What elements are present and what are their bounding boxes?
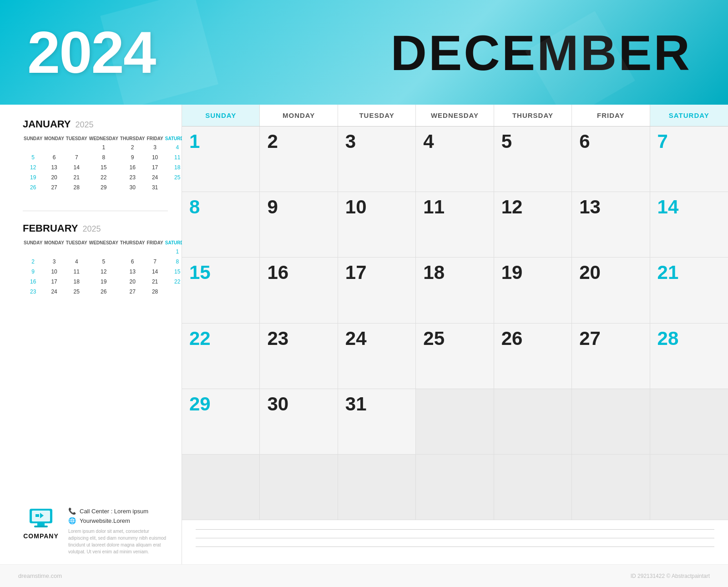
- calendar-week-5: 29 30 31: [182, 389, 728, 455]
- mini-cal-january-month: JANUARY: [23, 118, 71, 130]
- left-panel: JANUARY 2025 SUNDAY MONDAY TUESDAY WEDNE…: [0, 105, 182, 564]
- list-item: 17: [43, 277, 65, 287]
- mini-cal-february-month: FEBRUARY: [23, 223, 78, 234]
- list-item: [43, 142, 65, 152]
- svg-rect-3: [34, 526, 48, 527]
- cal-day-9: 9: [260, 192, 338, 257]
- cal-day-6: 6: [572, 127, 650, 192]
- mini-col-mon: MONDAY: [43, 239, 65, 247]
- list-item: 12: [88, 267, 119, 277]
- dreamstime-watermark: dreamstime.com: [18, 572, 62, 579]
- list-item: 25: [65, 287, 88, 297]
- list-item: 3: [43, 257, 65, 267]
- calendar-header-row: SUNDAY MONDAY TUESDAY WEDNESDAY THURSDAY…: [182, 105, 728, 127]
- cal-day-25: 25: [416, 324, 494, 389]
- list-item: 14: [65, 162, 88, 172]
- mini-cal-january-year: 2025: [76, 120, 94, 130]
- cal-empty-9: [494, 455, 572, 520]
- cal-day-30: 30: [260, 389, 338, 454]
- cal-day-15: 15: [182, 258, 260, 323]
- calendar-body: JANUARY 2025 SUNDAY MONDAY TUESDAY WEDNE…: [0, 105, 728, 564]
- cal-day-3: 3: [338, 127, 416, 192]
- list-item: 31: [146, 182, 164, 192]
- cal-day-2: 2: [260, 127, 338, 192]
- list-item: 18: [65, 277, 88, 287]
- cal-day-4: 4: [416, 127, 494, 192]
- cal-day-31: 31: [338, 389, 416, 454]
- cal-day-23: 23: [260, 324, 338, 389]
- svg-rect-2: [37, 523, 45, 526]
- mini-calendar-february: FEBRUARY 2025 SUNDAY MONDAY TUESDAY WEDN…: [23, 223, 168, 297]
- list-item: 15: [88, 162, 119, 172]
- cal-empty-4: [650, 389, 728, 454]
- list-item: 10: [43, 267, 65, 277]
- website-label: Yourwebsite.Lorem: [80, 517, 130, 524]
- company-section: COMPANY 📞 Call Center : Lorem ipsum 🌐 Yo…: [23, 507, 168, 555]
- list-item: 6: [43, 152, 65, 162]
- list-item: 7: [146, 257, 164, 267]
- cal-day-18: 18: [416, 258, 494, 323]
- cal-empty-3: [572, 389, 650, 454]
- cal-empty-10: [572, 455, 650, 520]
- list-item: 5: [23, 152, 43, 162]
- list-item: 5: [88, 257, 119, 267]
- mini-calendar-january: JANUARY 2025 SUNDAY MONDAY TUESDAY WEDNE…: [23, 118, 168, 192]
- col-header-tuesday: TUESDAY: [338, 105, 416, 126]
- notes-area: [182, 520, 728, 564]
- list-item: 6: [119, 257, 146, 267]
- list-item: 21: [146, 277, 164, 287]
- list-item: 24: [146, 172, 164, 182]
- year-display: 2024: [0, 18, 191, 86]
- cal-empty-6: [260, 455, 338, 520]
- cal-empty-2: [494, 389, 572, 454]
- section-divider: [23, 211, 168, 211]
- main-calendar-grid: SUNDAY MONDAY TUESDAY WEDNESDAY THURSDAY…: [182, 105, 728, 564]
- list-item: 8: [88, 152, 119, 162]
- left-footer: COMPANY 📞 Call Center : Lorem ipsum 🌐 Yo…: [23, 507, 168, 555]
- list-item: 3: [146, 142, 164, 152]
- cal-day-7: 7: [650, 127, 728, 192]
- list-item: 22: [88, 172, 119, 182]
- cal-day-21: 21: [650, 258, 728, 323]
- cal-day-17: 17: [338, 258, 416, 323]
- list-item: [119, 247, 146, 257]
- cal-day-8: 8: [182, 192, 260, 257]
- lorem-description: Lorem ipsum dolor sit amet, consectetur …: [68, 528, 168, 555]
- list-item: 21: [65, 172, 88, 182]
- mini-col-fri: FRIDAY: [146, 135, 164, 142]
- cal-day-20: 20: [572, 258, 650, 323]
- list-item: [146, 247, 164, 257]
- list-item: 20: [119, 277, 146, 287]
- list-item: 23: [119, 172, 146, 182]
- list-item: 23: [23, 287, 43, 297]
- list-item: 28: [65, 182, 88, 192]
- list-item: 20: [43, 172, 65, 182]
- mini-col-tue: TUESDAY: [65, 135, 88, 142]
- website-item: 🌐 Yourwebsite.Lorem: [68, 517, 168, 524]
- col-header-monday: MONDAY: [260, 105, 338, 126]
- cal-day-27: 27: [572, 324, 650, 389]
- calendar-week-1: 1 2 3 4 5 6 7: [182, 127, 728, 192]
- globe-icon: 🌐: [68, 517, 76, 524]
- cal-day-14: 14: [650, 192, 728, 257]
- list-item: [88, 247, 119, 257]
- cal-day-5: 5: [494, 127, 572, 192]
- calendar-week-3: 15 16 17 18 19 20 21: [182, 258, 728, 323]
- list-item: 26: [23, 182, 43, 192]
- cal-day-19: 19: [494, 258, 572, 323]
- cal-empty-5: [182, 455, 260, 520]
- list-item: [65, 142, 88, 152]
- company-logo: COMPANY: [23, 507, 59, 540]
- calendar-body-grid: 1 2 3 4 5 6 7 8 9 10 11 12: [182, 127, 728, 520]
- note-line-1: [196, 529, 714, 530]
- mini-col-sun: SUNDAY: [23, 135, 43, 142]
- list-item: 14: [146, 267, 164, 277]
- cal-day-26: 26: [494, 324, 572, 389]
- mini-col-wed: WEDNESDAY: [88, 239, 119, 247]
- mini-col-wed: WEDNESDAY: [88, 135, 119, 142]
- col-header-saturday: SATURDAY: [650, 105, 728, 126]
- list-item: 2: [119, 142, 146, 152]
- cal-day-13: 13: [572, 192, 650, 257]
- list-item: 9: [23, 267, 43, 277]
- list-item: 19: [23, 172, 43, 182]
